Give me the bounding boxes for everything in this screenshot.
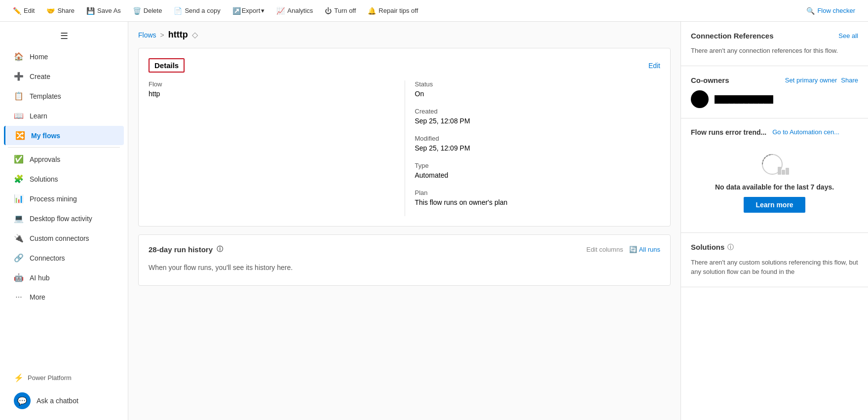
solutions-section: Solutions ⓘ There aren't any custom solu… (681, 233, 868, 287)
sidebar-item-learn[interactable]: 📖 Learn (4, 106, 124, 125)
flow-value: http (149, 90, 395, 98)
home-icon: 🏠 (14, 52, 24, 61)
sidebar-item-custom-connectors[interactable]: 🔌 Custom connectors (4, 229, 124, 248)
chart-icon (760, 152, 790, 183)
details-left-col: Flow http (149, 80, 405, 216)
ask-chatbot-button[interactable]: 💬 Ask a chatbot (4, 387, 124, 414)
co-owners-title: Co-owners (691, 76, 729, 84)
modified-label: Modified (415, 135, 661, 142)
edit-button[interactable]: ✏️ Edit (8, 5, 39, 17)
sidebar-item-my-flows[interactable]: 🔀 My flows (4, 126, 124, 145)
connection-references-section: Connection References See all There aren… (681, 22, 868, 66)
hamburger-button[interactable]: ☰ (0, 26, 128, 46)
delete-icon: 🗑️ (133, 7, 141, 15)
details-card-title: Details (149, 58, 185, 73)
templates-icon: 📋 (14, 91, 24, 101)
details-edit-link[interactable]: Edit (648, 62, 660, 70)
type-value: Automated (415, 171, 661, 179)
content-area: Flows > htttp ◇ Details Edit Flow http (128, 22, 680, 420)
set-primary-owner-link[interactable]: Set primary owner (785, 76, 837, 84)
power-platform-link[interactable]: ⚡ Power Platform (4, 368, 124, 387)
my-flows-icon: 🔀 (15, 131, 25, 140)
right-panel: Connection References See all There aren… (680, 22, 868, 420)
breadcrumb-flows-link[interactable]: Flows (138, 31, 156, 39)
run-history-title: 28-day run history ⓘ (149, 245, 223, 254)
co-owner-name: ████████████ (715, 95, 773, 103)
co-owners-section: Co-owners Set primary owner Share ██████… (681, 66, 868, 118)
solutions-title: Solutions (691, 243, 724, 251)
sidebar-item-templates[interactable]: 📋 Templates (4, 86, 124, 106)
sidebar-bottom: ⚡ Power Platform 💬 Ask a chatbot (0, 362, 128, 420)
run-history-card: 28-day run history ⓘ Edit columns 🔄 All … (138, 234, 671, 286)
plan-detail-group: Plan This flow runs on owner's plan (415, 189, 661, 206)
create-icon: ➕ (14, 72, 24, 81)
all-runs-button[interactable]: 🔄 All runs (629, 246, 660, 253)
svg-rect-2 (782, 170, 785, 175)
edit-columns-button[interactable]: Edit columns (586, 246, 623, 253)
export-button[interactable]: ↗️ Export ▾ (227, 5, 270, 17)
refresh-icon: 🔄 (629, 246, 637, 253)
svg-rect-3 (786, 168, 789, 175)
automation-center-link[interactable]: Go to Automation cen... (772, 128, 839, 136)
connection-references-title: Connection References (691, 32, 774, 40)
connection-references-text: There aren't any connection references f… (691, 46, 858, 56)
created-value: Sep 25, 12:08 PM (415, 117, 661, 125)
details-grid: Flow http Status On Created Sep 25, 12:0… (149, 80, 660, 216)
sidebar-item-desktop-flow-activity[interactable]: 💻 Desktop flow activity (4, 209, 124, 228)
sidebar-item-connectors[interactable]: 🔗 Connectors (4, 248, 124, 267)
details-card: Details Edit Flow http Status On Cre (138, 48, 671, 227)
power-platform-icon: ⚡ (14, 373, 24, 382)
bell-icon: 🔔 (368, 7, 376, 15)
solutions-info-icon[interactable]: ⓘ (727, 243, 734, 252)
connection-references-header: Connection References See all (691, 32, 858, 40)
sidebar-item-create[interactable]: ➕ Create (4, 67, 124, 86)
error-trend-title: Flow runs error trend... (691, 128, 766, 136)
process-mining-icon: 📊 (14, 194, 24, 203)
analytics-button[interactable]: 📈 Analytics (271, 5, 318, 17)
chatbot-avatar: 💬 (14, 392, 31, 409)
repair-tips-button[interactable]: 🔔 Repair tips off (363, 5, 423, 17)
sidebar-item-solutions[interactable]: 🧩 Solutions (4, 169, 124, 189)
connectors-icon: 🔗 (14, 253, 24, 263)
solutions-icon: 🧩 (14, 174, 24, 184)
run-history-actions: Edit columns 🔄 All runs (586, 246, 660, 253)
delete-button[interactable]: 🗑️ Delete (128, 5, 167, 17)
co-owners-share-link[interactable]: Share (841, 76, 858, 84)
turn-off-button[interactable]: ⏻ Turn off (320, 5, 361, 17)
share-button[interactable]: 🤝 Share (41, 5, 79, 17)
sidebar-item-process-mining[interactable]: 📊 Process mining (4, 189, 124, 208)
status-value: On (415, 90, 661, 98)
sidebar-item-more[interactable]: ··· More (4, 288, 124, 306)
main-layout: ☰ 🏠 Home ➕ Create 📋 Templates 📖 Learn 🔀 … (0, 22, 868, 420)
analytics-icon: 📈 (276, 7, 285, 15)
flow-detail-group: Flow http (149, 80, 395, 98)
info-icon[interactable]: ⓘ (217, 245, 223, 254)
solutions-header: Solutions ⓘ (691, 243, 858, 252)
type-label: Type (415, 162, 661, 169)
chart-area: No data available for the last 7 days. L… (691, 142, 858, 223)
breadcrumb: Flows > htttp ◇ (138, 30, 671, 40)
co-owners-actions: Set primary owner Share (785, 76, 858, 84)
status-detail-group: Status On (415, 80, 661, 98)
desktop-flow-icon: 💻 (14, 214, 24, 223)
see-all-link[interactable]: See all (838, 32, 858, 39)
export-icon: ↗️ (232, 7, 241, 15)
power-icon: ⏻ (325, 7, 332, 15)
learn-more-button[interactable]: Learn more (744, 197, 805, 213)
solutions-text: There aren't any custom solutions refere… (691, 258, 858, 277)
sidebar-item-approvals[interactable]: ✅ Approvals (4, 150, 124, 169)
save-as-icon: 💾 (86, 7, 95, 15)
status-label: Status (415, 80, 661, 88)
sidebar-top: ☰ 🏠 Home ➕ Create 📋 Templates 📖 Learn 🔀 … (0, 22, 128, 311)
learn-icon: 📖 (14, 111, 24, 120)
toolbar: ✏️ Edit 🤝 Share 💾 Save As 🗑️ Delete 📄 Se… (0, 0, 868, 22)
edit-icon: ✏️ (13, 7, 21, 15)
no-data-text: No data available for the last 7 days. (715, 183, 834, 191)
co-owner-row: ████████████ (691, 90, 858, 108)
sidebar-item-home[interactable]: 🏠 Home (4, 47, 124, 66)
save-as-button[interactable]: 💾 Save As (81, 5, 126, 17)
flow-checker-button[interactable]: 🔍 Flow checker (801, 5, 860, 17)
sidebar-item-ai-hub[interactable]: 🤖 AI hub (4, 268, 124, 287)
run-history-header: 28-day run history ⓘ Edit columns 🔄 All … (149, 245, 660, 254)
send-copy-button[interactable]: 📄 Send a copy (169, 5, 225, 17)
